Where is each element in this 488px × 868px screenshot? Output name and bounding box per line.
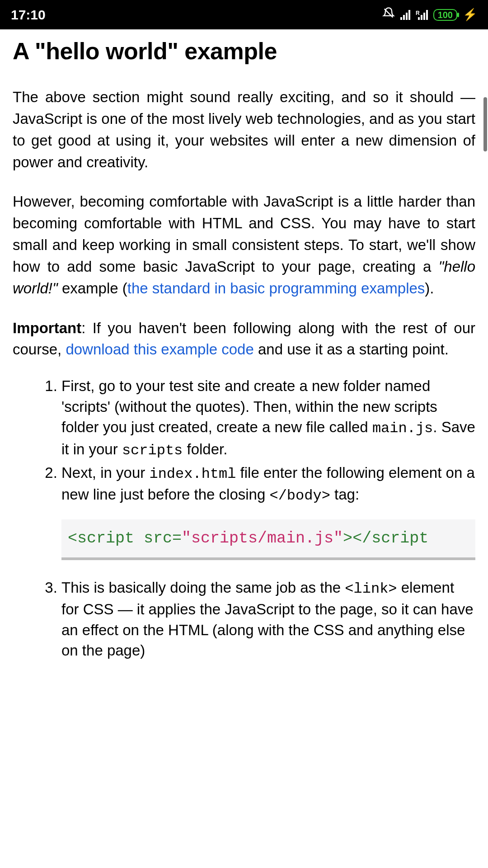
page-title: A "hello world" example [13,38,475,65]
code-inline: main.js [372,420,433,437]
code-inline: <link> [345,580,397,597]
paragraph-1: The above section might sound really exc… [13,86,475,173]
text: and use it as a starting point. [254,341,449,358]
token-tag: <script [68,529,144,547]
battery-icon: 100 [433,9,457,21]
text: folder. [183,441,227,458]
text: This is basically doing the same job as … [61,579,345,596]
link-download-code[interactable]: download this example code [66,341,253,358]
status-right: R 100 ⚡ [382,7,477,23]
link-standard-example[interactable]: the standard in basic programming exampl… [127,280,425,297]
token-attr-name: src= [144,529,182,547]
list-item: This is basically doing the same job as … [61,577,475,661]
label-important: Important [13,320,81,336]
text: example ( [58,280,127,297]
text: tag: [330,486,359,503]
scroll-indicator[interactable] [483,97,487,151]
status-time: 17:10 [11,7,46,23]
article-content[interactable]: A "hello world" example The above sectio… [0,29,488,868]
code-inline: index.html [149,466,236,482]
token-tag: > [343,529,352,547]
signal-roaming: R [416,10,428,20]
signal-icon [400,10,410,20]
list-item: First, go to your test site and create a… [61,376,475,460]
text: ). [425,280,434,297]
code-block[interactable]: <script src="scripts/main.js"></script [61,519,475,560]
code-inline: scripts [122,442,183,459]
charging-icon: ⚡ [463,8,477,22]
steps-list: First, go to your test site and create a… [13,376,475,661]
dnd-icon [382,7,395,23]
paragraph-3: Important: If you haven't been following… [13,317,475,361]
list-item: Next, in your index.html file enter the … [61,462,475,561]
text: However, becoming comfortable with JavaS… [13,193,475,275]
status-bar: 17:10 R 100 ⚡ [0,0,488,29]
token-attr-value: "scripts/main.js" [182,529,343,547]
token-tag: </script [352,529,428,547]
text: Next, in your [61,464,149,481]
code-inline: </body> [269,487,330,504]
paragraph-2: However, becoming comfortable with JavaS… [13,191,475,299]
